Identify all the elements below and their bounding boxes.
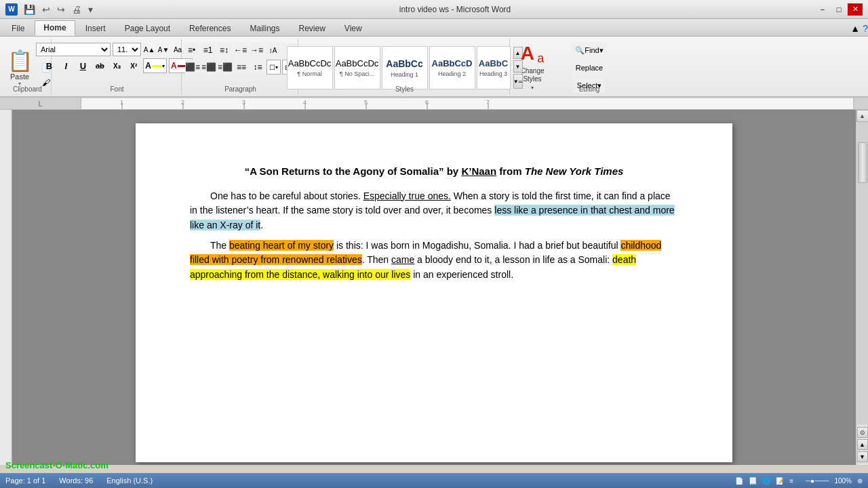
svg-text:4: 4 — [303, 99, 307, 106]
view-mode-web[interactable]: 🌐 — [762, 477, 770, 485]
multilevel-list-button[interactable]: ≡↕ — [217, 43, 232, 58]
svg-text:6: 6 — [425, 99, 429, 106]
underline-button[interactable]: U — [75, 58, 90, 73]
ruler-bar: 1 2 3 4 5 6 7 — [81, 98, 853, 109]
minimize-button[interactable]: − — [815, 3, 830, 16]
style-no-spacing[interactable]: AaBbCcDc ¶ No Spaci... — [334, 46, 380, 89]
decrease-font-button[interactable]: A▼ — [157, 43, 170, 56]
svg-text:5: 5 — [364, 99, 368, 106]
text-highlight-button[interactable]: A ▾ — [143, 58, 167, 73]
quick-access-toolbar: 💾 ↩ ↪ 🖨 ▾ — [22, 4, 95, 15]
svg-text:7: 7 — [486, 99, 490, 106]
view-mode-outline[interactable]: ≡ — [789, 477, 793, 485]
align-right-button[interactable]: ≡⬛ — [218, 60, 233, 75]
paragraph-row1: ≡• ≡1 ≡↕ ←≡ →≡ ↕A ¶ — [184, 43, 297, 58]
subscript-button[interactable]: X₂ — [109, 58, 124, 73]
view-mode-draft[interactable]: 📝 — [776, 477, 784, 485]
tab-insert[interactable]: Insert — [77, 21, 115, 36]
paragraph-1: One has to be careful about stories. Esp… — [190, 189, 678, 233]
justify-button[interactable]: ≡≡ — [234, 60, 249, 75]
view-mode-full[interactable]: 📃 — [749, 477, 757, 485]
line-spacing-button[interactable]: ↕≡ — [250, 60, 265, 75]
numbered-list-button[interactable]: ≡1 — [201, 43, 216, 58]
increase-indent-button[interactable]: →≡ — [250, 43, 264, 58]
undo-qa-button[interactable]: ↩ — [40, 4, 52, 15]
styles-more-button[interactable]: ▼═ — [513, 74, 523, 89]
increase-font-button[interactable]: A▲ — [143, 43, 155, 56]
word-icon: W — [5, 3, 18, 16]
editing-label: Editing — [579, 85, 600, 93]
change-case-button[interactable]: Aa — [172, 43, 184, 56]
zoom-in-button[interactable]: ⊕ — [857, 477, 863, 485]
scroll-thumb[interactable] — [858, 142, 867, 183]
paste-button[interactable]: 📋 Paste ▾ — [3, 47, 37, 88]
ribbon: 📋 Paste ▾ ✂ 📄 🖌 Clipboard Arial 11.5 — [0, 37, 868, 98]
tab-view[interactable]: View — [336, 21, 371, 36]
tab-home[interactable]: Home — [35, 20, 75, 36]
prev-page-button[interactable]: ▲ — [857, 439, 868, 450]
find-button[interactable]: 🔍 Find ▾ — [572, 43, 606, 58]
tab-mailings[interactable]: Mailings — [241, 21, 288, 36]
scroll-up-button[interactable]: ▲ — [856, 110, 869, 122]
svg-text:2: 2 — [181, 99, 184, 106]
font-label: Font — [110, 85, 123, 93]
close-button[interactable]: ✕ — [848, 3, 863, 16]
words-info: Words: 96 — [59, 476, 93, 485]
maximize-button[interactable]: □ — [831, 3, 846, 16]
font-group: Arial 11.5 A▲ A▼ Aa ✦ B I U ab X₂ X² A — [53, 39, 182, 94]
tab-review[interactable]: Review — [290, 21, 334, 36]
ruler-right — [853, 98, 868, 109]
font-size-select[interactable]: 11.5 — [113, 43, 141, 56]
ribbon-collapse-button[interactable]: ▲ — [850, 23, 860, 34]
window-controls: − □ ✕ — [815, 3, 863, 16]
tab-page-layout[interactable]: Page Layout — [116, 21, 179, 36]
print-qa-button[interactable]: 🖨 — [70, 4, 83, 15]
strikethrough-button[interactable]: ab — [92, 58, 107, 73]
main-area: “A Son Returns to the Agony of Somalia” … — [0, 110, 868, 465]
italic-button[interactable]: I — [58, 58, 73, 73]
more-qa-button[interactable]: ▾ — [86, 4, 95, 15]
scroll-track[interactable] — [857, 122, 868, 424]
bullets-button[interactable]: ≡• — [184, 43, 199, 58]
tab-references[interactable]: References — [180, 21, 239, 36]
sort-button[interactable]: ↕A — [266, 43, 281, 58]
document-area[interactable]: “A Son Returns to the Agony of Somalia” … — [12, 110, 856, 465]
tab-file[interactable]: File — [3, 21, 33, 36]
document-heading: “A Son Returns to the Agony of Somalia” … — [190, 164, 678, 180]
replace-button[interactable]: Replace — [572, 60, 606, 75]
highlight-orange-text: beating heart of my story — [229, 240, 334, 251]
style-normal[interactable]: AaBbCcDc ¶ Normal — [287, 46, 333, 89]
align-center-button[interactable]: ≡⬛ — [201, 60, 216, 75]
paragraph-2: The beating heart of my story is this: I… — [190, 239, 678, 283]
decrease-indent-button[interactable]: ←≡ — [233, 43, 248, 58]
style-heading1-label: Heading 1 — [391, 71, 418, 78]
vertical-scrollbar[interactable]: ▲ ⊙ ▲ ▼ — [856, 110, 868, 465]
undo-arrow-button[interactable]: ↪ — [55, 4, 67, 15]
select-browse-object-button[interactable]: ⊙ — [857, 427, 868, 438]
style-heading1[interactable]: AaBbCc Heading 1 — [382, 46, 428, 89]
bold-button[interactable]: B — [41, 58, 56, 73]
highlight-blue-text: less like a presence in that chest and m… — [190, 205, 675, 230]
superscript-button[interactable]: X² — [126, 58, 141, 73]
style-no-spacing-label: ¶ No Spaci... — [340, 70, 374, 77]
clipboard-label: Clipboard — [13, 85, 42, 93]
paste-label: Paste — [10, 73, 29, 81]
next-page-button[interactable]: ▼ — [857, 451, 868, 462]
document-page: “A Son Returns to the Agony of Somalia” … — [136, 123, 732, 462]
style-heading2[interactable]: AaBbCcD Heading 2 — [429, 46, 475, 89]
style-heading3-preview: AaBbC — [479, 58, 508, 68]
style-heading3-label: Heading 3 — [479, 70, 507, 77]
save-qa-button[interactable]: 💾 — [22, 4, 37, 15]
shading-button[interactable]: ☐ ▾ — [267, 60, 281, 75]
help-button[interactable]: ? — [863, 23, 868, 34]
title-left: W 💾 ↩ ↪ 🖨 ▾ — [5, 3, 95, 16]
align-left-button[interactable]: ⬛≡ — [185, 60, 200, 75]
came-underline: came — [391, 254, 414, 265]
zoom-slider[interactable]: ─●─── — [806, 477, 829, 485]
font-row2: B I U ab X₂ X² A ▾ A ▾ — [41, 58, 192, 73]
style-heading3[interactable]: AaBbC Heading 3 — [477, 46, 511, 89]
ribbon-tabs: File Home Insert Page Layout References … — [0, 19, 868, 37]
font-name-select[interactable]: Arial — [36, 43, 111, 56]
status-bar: Page: 1 of 1 Words: 96 English (U.S.) 📄 … — [0, 473, 868, 488]
view-mode-print[interactable]: 📄 — [735, 477, 743, 485]
